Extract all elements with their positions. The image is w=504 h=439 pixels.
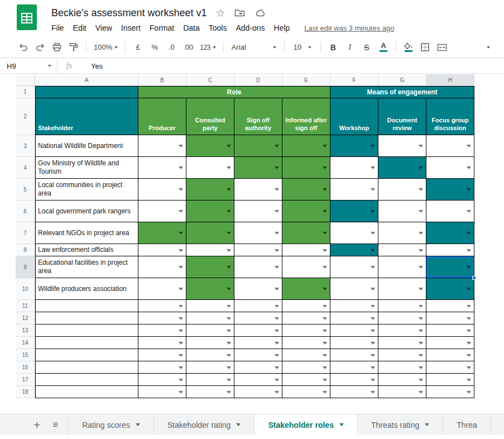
cell-D9[interactable] <box>234 256 282 278</box>
cell-C11[interactable] <box>186 300 234 312</box>
document-title[interactable]: Beckie's assessment worksheet v1 <box>51 7 207 19</box>
undo-button[interactable] <box>16 40 31 55</box>
cell-A14[interactable] <box>35 337 138 349</box>
cell-C3[interactable] <box>186 135 234 157</box>
cell-F9[interactable] <box>330 256 378 278</box>
cell-G6[interactable] <box>378 201 426 222</box>
cell-C15[interactable] <box>186 349 234 361</box>
row-header-3[interactable]: 3 <box>16 135 35 157</box>
cell-D6[interactable] <box>234 201 282 222</box>
cell-B9[interactable] <box>138 256 186 278</box>
increase-decimal-button[interactable]: .00 <box>180 40 196 55</box>
cell-D8[interactable] <box>234 244 282 256</box>
cell-G3[interactable] <box>378 135 426 157</box>
merge-cells-button[interactable] <box>434 40 450 55</box>
cell-G2[interactable]: Document review <box>378 98 426 135</box>
cell-E15[interactable] <box>282 349 330 361</box>
menu-view[interactable]: View <box>91 22 117 34</box>
cell-A4[interactable]: Gov Ministry of Wildlife and Tourism <box>35 157 138 179</box>
cell-F16[interactable] <box>330 361 378 374</box>
row-header-5[interactable]: 5 <box>16 179 35 201</box>
cell-C14[interactable] <box>186 337 234 349</box>
cell-A2[interactable]: Stakeholder <box>35 98 138 135</box>
formula-input[interactable]: Yes <box>91 62 103 70</box>
cell-H15[interactable] <box>426 349 474 361</box>
cell-B8[interactable] <box>138 244 186 256</box>
cell-F3[interactable] <box>330 135 378 157</box>
cell-E16[interactable] <box>282 361 330 374</box>
cell-H11[interactable] <box>426 300 474 312</box>
cell-B12[interactable] <box>138 312 186 325</box>
menu-help[interactable]: Help <box>270 22 295 34</box>
cell-C18[interactable] <box>186 386 234 398</box>
cell-B13[interactable] <box>138 325 186 337</box>
cell-C8[interactable] <box>186 244 234 256</box>
cell-C5[interactable] <box>186 179 234 201</box>
selection-fill-handle[interactable] <box>472 276 476 280</box>
sheets-logo[interactable] <box>17 4 37 30</box>
cell-B10[interactable] <box>138 278 186 300</box>
cell-B2[interactable]: Producer <box>138 98 186 135</box>
cell-B11[interactable] <box>138 300 186 312</box>
row-header-1[interactable]: 1 <box>16 86 35 98</box>
cell-H16[interactable] <box>426 361 474 374</box>
cell-B16[interactable] <box>138 361 186 374</box>
decrease-decimal-button[interactable]: .0 <box>164 40 179 55</box>
tab-menu-caret-icon[interactable] <box>339 423 344 426</box>
cell-H13[interactable] <box>426 325 474 337</box>
paint-format-button[interactable] <box>66 40 81 55</box>
currency-format-button[interactable]: £ <box>130 40 146 55</box>
cell-G9[interactable] <box>378 256 426 278</box>
cell-F18[interactable] <box>330 386 378 398</box>
tab-menu-caret-icon[interactable] <box>136 423 140 426</box>
cell-A9[interactable]: Educational facilities in project area <box>35 256 138 278</box>
cell-G15[interactable] <box>378 349 426 361</box>
cell-B6[interactable] <box>138 201 186 222</box>
cell-D16[interactable] <box>234 361 282 374</box>
cell-F11[interactable] <box>330 300 378 312</box>
cell-A10[interactable]: Wildlife producers association <box>35 278 138 300</box>
row-header-13[interactable]: 13 <box>16 325 35 337</box>
cell-H9[interactable] <box>426 256 474 278</box>
cell-E5[interactable] <box>282 179 330 201</box>
cell-D15[interactable] <box>234 349 282 361</box>
cell-E17[interactable] <box>282 374 330 386</box>
cell-E9[interactable] <box>282 256 330 278</box>
row-header-7[interactable]: 7 <box>16 222 35 244</box>
menu-file[interactable]: File <box>47 22 69 34</box>
number-format-select[interactable]: 123 <box>197 40 219 55</box>
name-box[interactable]: H9 <box>0 59 57 73</box>
cell-C12[interactable] <box>186 312 234 325</box>
cell-D18[interactable] <box>234 386 282 398</box>
add-sheet-button[interactable]: + <box>33 419 40 431</box>
menu-data[interactable]: Data <box>179 22 204 34</box>
cell-B4[interactable] <box>138 157 186 179</box>
cell-C13[interactable] <box>186 325 234 337</box>
percent-format-button[interactable]: % <box>147 40 162 55</box>
cell-C7[interactable] <box>186 222 234 244</box>
cell-F8[interactable] <box>330 244 378 256</box>
cell-H3[interactable] <box>426 135 474 157</box>
cell-G18[interactable] <box>378 386 426 398</box>
cell-G4[interactable] <box>378 157 426 179</box>
cell-D4[interactable] <box>234 157 282 179</box>
last-edit-link[interactable]: Last edit was 3 minutes ago <box>304 24 394 32</box>
column-header-A[interactable]: A <box>35 74 138 86</box>
cell-G10[interactable] <box>378 278 426 300</box>
menu-add-ons[interactable]: Add-ons <box>231 22 269 34</box>
cell-A11[interactable] <box>35 300 138 312</box>
cell-G5[interactable] <box>378 179 426 201</box>
cell-H7[interactable] <box>426 222 474 244</box>
cell-G16[interactable] <box>378 361 426 374</box>
cell-C6[interactable] <box>186 201 234 222</box>
menu-format[interactable]: Format <box>145 22 179 34</box>
row-header-9[interactable]: 9 <box>16 256 35 278</box>
cell-G11[interactable] <box>378 300 426 312</box>
select-all-corner[interactable] <box>16 74 35 86</box>
cell-A13[interactable] <box>35 325 138 337</box>
star-icon[interactable]: ☆ <box>216 8 225 18</box>
cell-C2[interactable]: Consulted party <box>186 98 234 135</box>
cell-H10[interactable] <box>426 278 474 300</box>
menu-edit[interactable]: Edit <box>69 22 91 34</box>
cell-D11[interactable] <box>234 300 282 312</box>
